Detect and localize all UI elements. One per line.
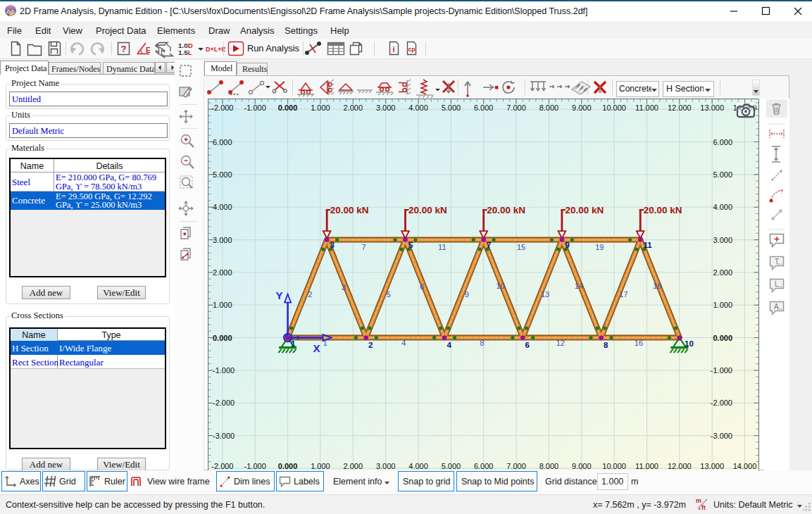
svg-text:-2.000: -2.000 [211, 462, 233, 470]
svg-text:-3.000: -3.000 [711, 432, 732, 440]
svg-text:9.000: 9.000 [572, 104, 592, 112]
svg-text:12.000: 12.000 [668, 462, 692, 470]
svg-text:13.000: 13.000 [700, 104, 724, 112]
svg-text:5.000: 5.000 [213, 170, 232, 179]
svg-text:6.000: 6.000 [474, 104, 494, 112]
svg-text:13.000: 13.000 [700, 462, 724, 470]
svg-text:11.000: 11.000 [635, 104, 658, 112]
svg-text:7.000: 7.000 [506, 104, 526, 112]
svg-text:3.000: 3.000 [213, 236, 232, 244]
svg-text:i: i [392, 45, 394, 54]
svg-text:9.000: 9.000 [572, 462, 592, 470]
svg-text:20.00 kN: 20.00 kN [330, 205, 369, 215]
svg-text:2.000: 2.000 [213, 268, 232, 277]
svg-text:-2.000: -2.000 [213, 399, 235, 407]
svg-text:6.000: 6.000 [213, 138, 232, 146]
svg-text:18: 18 [653, 282, 661, 290]
svg-text:12: 12 [556, 339, 565, 347]
svg-text:3: 3 [330, 241, 335, 249]
svg-text:15: 15 [517, 243, 525, 251]
svg-text:4: 4 [446, 341, 451, 349]
svg-text:20.00 kN: 20.00 kN [487, 205, 525, 215]
svg-text:0.000: 0.000 [278, 104, 298, 112]
svg-text:11.000: 11.000 [635, 462, 658, 470]
svg-text:3.000: 3.000 [376, 462, 396, 470]
svg-text:3.000: 3.000 [376, 104, 396, 112]
svg-text:13: 13 [541, 290, 549, 299]
svg-text:-1.000: -1.000 [244, 104, 266, 112]
svg-text:2: 2 [308, 290, 312, 299]
svg-text:4: 4 [401, 339, 406, 347]
svg-text:5: 5 [387, 290, 391, 299]
svg-text:6: 6 [420, 282, 424, 291]
svg-text:D+L+E: D+L+E [206, 46, 226, 53]
svg-text:2.000: 2.000 [344, 462, 363, 470]
svg-text:4.000: 4.000 [713, 203, 732, 211]
svg-text:8.000: 8.000 [539, 104, 559, 112]
svg-text:8: 8 [604, 341, 608, 349]
svg-text:6.000: 6.000 [713, 138, 732, 146]
svg-text:2: 2 [368, 341, 373, 349]
svg-text:11: 11 [438, 243, 446, 251]
svg-text:-1.000: -1.000 [711, 366, 732, 375]
svg-text:5.000: 5.000 [442, 462, 461, 470]
svg-text:12.000: 12.000 [668, 104, 692, 112]
svg-text:20.00 kN: 20.00 kN [565, 205, 604, 215]
svg-text:5: 5 [408, 241, 413, 249]
svg-text:7: 7 [487, 241, 491, 249]
svg-text:1.000: 1.000 [311, 462, 330, 470]
svg-text:T: T [775, 258, 779, 265]
svg-text:1.000: 1.000 [311, 104, 330, 112]
svg-text:m: m [696, 497, 701, 504]
svg-text:0.000: 0.000 [213, 334, 232, 342]
svg-text:5.000: 5.000 [442, 104, 461, 112]
svg-text:9: 9 [565, 241, 569, 249]
svg-text:10.000: 10.000 [602, 104, 626, 112]
svg-text:2.000: 2.000 [713, 268, 732, 277]
svg-text:-2.000: -2.000 [711, 399, 732, 407]
svg-text:7.000: 7.000 [506, 462, 526, 470]
svg-text:Run Analysis: Run Analysis [247, 43, 299, 54]
svg-text:ft: ft [701, 504, 706, 511]
svg-text:17: 17 [619, 290, 627, 299]
svg-text:1: 1 [291, 339, 296, 348]
svg-text:6: 6 [525, 341, 530, 349]
svg-text:5.000: 5.000 [713, 170, 732, 179]
svg-text:-3.000: -3.000 [213, 432, 235, 440]
svg-text:E: E [146, 46, 151, 54]
svg-text:?: ? [121, 44, 127, 54]
svg-text:1.0D: 1.0D [178, 42, 193, 49]
svg-text:19: 19 [595, 243, 604, 251]
svg-text:8: 8 [480, 339, 484, 347]
svg-text:2.000: 2.000 [344, 104, 363, 112]
svg-text:16: 16 [635, 339, 643, 347]
svg-text:9: 9 [465, 290, 469, 299]
svg-text:3: 3 [342, 283, 346, 292]
svg-text:0.000: 0.000 [278, 462, 298, 470]
svg-text:3.000: 3.000 [713, 236, 732, 244]
svg-text:-1.000: -1.000 [213, 366, 235, 375]
svg-text:14: 14 [575, 282, 583, 290]
svg-text:20.00 kN: 20.00 kN [408, 205, 447, 215]
svg-text:1.000: 1.000 [713, 301, 732, 309]
svg-text:20.00 kN: 20.00 kN [644, 205, 682, 215]
svg-text:4.000: 4.000 [213, 203, 232, 211]
svg-text:-1.000: -1.000 [244, 462, 266, 470]
svg-text:6.000: 6.000 [474, 462, 494, 470]
svg-text:10: 10 [496, 282, 504, 290]
svg-text:Y: Y [276, 289, 283, 301]
svg-text:11: 11 [644, 241, 653, 249]
svg-text:10: 10 [685, 339, 694, 348]
svg-text:-2.000: -2.000 [211, 104, 233, 112]
svg-text:4.000: 4.000 [408, 104, 428, 112]
svg-text:4.000: 4.000 [408, 462, 428, 470]
svg-text:14.000: 14.000 [733, 462, 757, 470]
svg-text:7: 7 [361, 243, 366, 251]
svg-text:1.000: 1.000 [213, 301, 232, 309]
svg-text:X: X [313, 342, 320, 354]
svg-text:1: 1 [323, 339, 327, 347]
svg-text:cp: cp [408, 46, 416, 53]
svg-text:L: L [775, 280, 779, 288]
svg-text:1.5L: 1.5L [178, 49, 192, 56]
svg-text:0.000: 0.000 [713, 334, 732, 342]
